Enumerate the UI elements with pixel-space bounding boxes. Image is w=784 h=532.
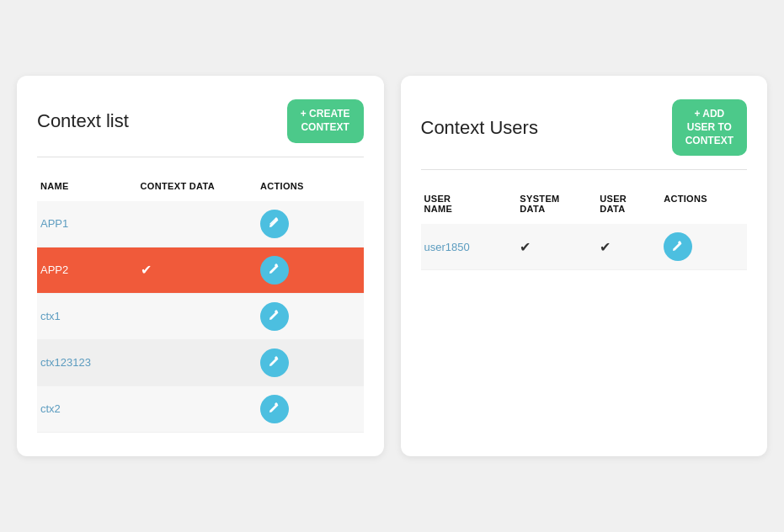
context-users-panel: Context Users + ADDUSER TOCONTEXT USERNA… [401, 76, 768, 455]
create-context-button[interactable]: + CREATECONTEXT [287, 99, 364, 142]
system-data-check: ✔ [520, 239, 600, 255]
col-header-user-data: USERDATA [600, 194, 664, 214]
table-row: user1850 ✔ ✔ [421, 224, 748, 270]
context-check: ✔ [141, 262, 260, 278]
edit-icon [269, 263, 280, 277]
edit-context-button[interactable] [260, 256, 289, 285]
username: user1850 [424, 241, 520, 253]
edit-user-button[interactable] [664, 232, 692, 261]
table-row: ctx123123 [37, 340, 364, 386]
header-divider [37, 157, 364, 157]
page-container: Context list + CREATECONTEXT NAME CONTEX… [0, 59, 784, 472]
table-row: APP2 ✔ [37, 247, 364, 294]
context-name: ctx1 [40, 310, 141, 322]
table-row: ctx2 [37, 386, 364, 433]
col-header-name: NAME [40, 181, 141, 191]
edit-context-button[interactable] [260, 395, 289, 423]
context-users-header: Context Users + ADDUSER TOCONTEXT [421, 99, 748, 156]
context-users-table-body: user1850 ✔ ✔ [421, 224, 748, 270]
context-name: ctx2 [40, 402, 141, 415]
context-list-panel: Context list + CREATECONTEXT NAME CONTEX… [17, 76, 384, 455]
table-row: ctx1 [37, 294, 364, 340]
context-list-title: Context list [37, 110, 129, 132]
context-list-header: Context list + CREATECONTEXT [37, 99, 364, 142]
edit-icon [269, 402, 280, 416]
edit-context-button[interactable] [260, 348, 289, 377]
context-list-table-header: NAME CONTEXT DATA ACTIONS [37, 174, 364, 198]
context-list-table-body: APP1 APP2 ✔ [37, 201, 364, 433]
col-header-actions-right: ACTIONS [664, 194, 744, 214]
col-header-actions: ACTIONS [260, 181, 360, 191]
edit-icon [269, 216, 280, 231]
edit-context-button[interactable] [260, 302, 289, 331]
col-header-username: USERNAME [424, 194, 520, 214]
user-data-check: ✔ [600, 239, 664, 255]
edit-icon [269, 355, 280, 370]
edit-context-button[interactable] [260, 210, 289, 238]
header-divider-right [421, 169, 748, 170]
context-name: ctx123123 [40, 356, 141, 369]
edit-icon [269, 309, 280, 323]
context-name: APP2 [40, 263, 141, 276]
context-name: APP1 [40, 217, 141, 230]
edit-icon [672, 240, 684, 254]
context-users-table-header: USERNAME SYSTEMDATA USERDATA ACTIONS [421, 187, 748, 221]
context-users-title: Context Users [421, 117, 538, 139]
table-row: APP1 [37, 201, 364, 247]
col-header-system-data: SYSTEMDATA [520, 194, 600, 214]
col-header-context-data: CONTEXT DATA [141, 181, 260, 191]
add-user-to-context-button[interactable]: + ADDUSER TOCONTEXT [672, 99, 747, 156]
